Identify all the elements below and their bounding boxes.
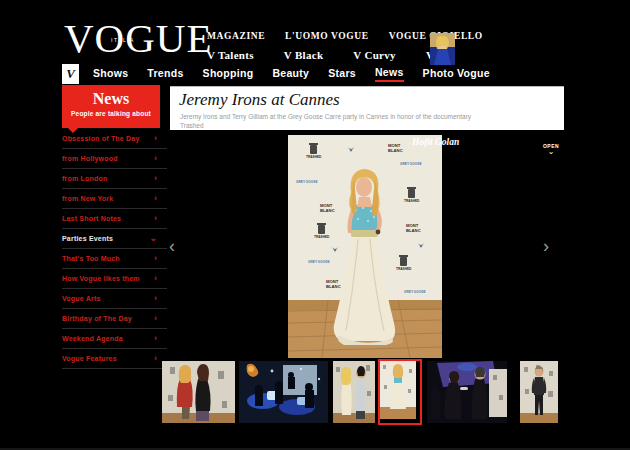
sidebar-item-label: from Hollywood	[62, 155, 118, 162]
main-photo[interactable]: TRASHED TRASHED TRASHED TRASHED MONT BLA…	[288, 135, 442, 358]
sidebar-item-birthday-of-the-day[interactable]: Birthday of The Day ›	[62, 309, 167, 329]
article-header: Jeremy Irons at Cannes Jeremy Irons and …	[170, 86, 564, 130]
svg-text:GREY GOOSE: GREY GOOSE	[296, 180, 318, 184]
vogue-logo[interactable]: VOGUE	[64, 18, 212, 59]
chevron-right-icon: ›	[154, 214, 157, 223]
chevron-right-icon: ›	[154, 254, 157, 263]
sidebar-item-weekend-agenda[interactable]: Weekend Agenda ›	[62, 329, 167, 349]
tab-news[interactable]: News	[375, 66, 404, 82]
tab-beauty[interactable]: Beauty	[272, 67, 309, 81]
svg-text:GREY GOOSE: GREY GOOSE	[308, 260, 330, 264]
nav-v-talents[interactable]: V Talents	[207, 49, 254, 61]
article-description: Jeremy Irons and Terry Gilliam at the Gr…	[180, 112, 480, 130]
sidebar-item-vogue-features[interactable]: Vogue Features ›	[62, 349, 167, 369]
sidebar-item-label: Parties Events	[62, 235, 113, 242]
main-nav: V Shows Trends Shopping Beauty Stars New…	[62, 64, 509, 84]
sidebar-subtitle: People are talking about	[62, 110, 160, 117]
chevron-down-icon: ⌄	[539, 149, 563, 154]
chevron-right-icon: ›	[154, 134, 157, 143]
nav-luomo-vogue[interactable]: L'UOMO VOGUE	[285, 31, 369, 41]
article-title: Jeremy Irons at Cannes	[179, 90, 340, 110]
tab-trends[interactable]: Trends	[147, 67, 183, 81]
svg-text:BLANC: BLANC	[388, 148, 403, 153]
sidebar-item-label: Weekend Agenda	[62, 335, 123, 342]
nav-v-black[interactable]: V Black	[284, 49, 324, 61]
sidebar-item-vogue-arts[interactable]: Vogue Arts ›	[62, 289, 167, 309]
chevron-right-icon: ›	[154, 294, 157, 303]
sidebar-news-header: News People are talking about	[62, 85, 160, 128]
sidebar-item-label: Obsession of The Day	[62, 135, 140, 142]
tab-stars[interactable]: Stars	[328, 67, 356, 81]
carousel-next-arrow[interactable]: ›	[543, 237, 549, 255]
svg-text:TRASHED: TRASHED	[404, 199, 420, 203]
sidebar-item-label: Vogue Arts	[62, 295, 101, 302]
sidebar-item-label: How Vogue likes them	[62, 275, 140, 282]
chevron-right-icon: ›	[154, 274, 157, 283]
svg-text:GREY GOOSE: GREY GOOSE	[404, 290, 426, 294]
sidebar-item-last-short-notes[interactable]: Last Short Notes ›	[62, 209, 167, 229]
svg-text:GREY GOOSE: GREY GOOSE	[400, 162, 422, 166]
sidebar-item-from-london[interactable]: from London ›	[62, 169, 167, 189]
sidebar-item-label: Vogue Features	[62, 355, 117, 362]
tab-photo-vogue[interactable]: Photo Vogue	[423, 67, 490, 81]
nav-v-curvy[interactable]: V Curvy	[353, 49, 396, 61]
tab-shows[interactable]: Shows	[93, 67, 128, 81]
svg-text:BLANC: BLANC	[326, 284, 341, 289]
sidebar-item-label: from New York	[62, 195, 113, 202]
tab-shopping[interactable]: Shopping	[203, 67, 254, 81]
svg-text:TRASHED: TRASHED	[306, 155, 322, 159]
open-button[interactable]: OPEN ⌄	[539, 143, 563, 154]
top-nav-row2: V Talents V Black V Curvy V TV	[207, 49, 453, 61]
sidebar-item-from-new-york[interactable]: from New York ›	[62, 189, 167, 209]
nav-magazine[interactable]: MAGAZINE	[207, 31, 265, 41]
chevron-right-icon: ›	[154, 194, 157, 203]
svg-text:TRASHED: TRASHED	[314, 235, 330, 239]
chevron-right-icon: ›	[154, 154, 157, 163]
chevron-right-icon: ›	[154, 314, 157, 323]
v-badge[interactable]: V	[62, 64, 79, 84]
sidebar-item-from-hollywood[interactable]: from Hollywood ›	[62, 149, 167, 169]
carousel-prev-arrow[interactable]: ‹	[169, 237, 175, 255]
photo-caption: Hofit Golan	[412, 137, 459, 147]
sidebar-item-label: That's Too Much	[62, 255, 120, 262]
svg-text:BLANC: BLANC	[406, 228, 421, 233]
svg-text:TRASHED: TRASHED	[396, 267, 412, 271]
sidebar-title: News	[62, 90, 160, 108]
sidebar-item-thats-too-much[interactable]: That's Too Much ›	[62, 249, 167, 269]
chevron-right-icon: ›	[154, 174, 157, 183]
thumbnail-2[interactable]	[239, 361, 328, 423]
thumbnail-4-selected[interactable]	[378, 359, 422, 425]
sidebar-item-how-vogue-likes-them[interactable]: How Vogue likes them ›	[62, 269, 167, 289]
thumbnail-3[interactable]	[333, 361, 375, 423]
sidebar-item-parties-events[interactable]: Parties Events ⌄	[62, 229, 167, 249]
svg-text:BLANC: BLANC	[320, 208, 335, 213]
vogue-news-page: VOGUE ITALIA MAGAZINE L'UOMO VOGUE VOGUE…	[0, 0, 630, 450]
chevron-right-icon: ›	[154, 334, 157, 343]
thumbnail-6[interactable]	[520, 361, 558, 423]
sidebar-item-obsession-of-the-day[interactable]: Obsession of The Day ›	[62, 129, 167, 149]
sidebar-item-label: from London	[62, 175, 107, 182]
sidebar-menu: Obsession of The Day › from Hollywood › …	[62, 129, 167, 369]
sidebar-item-label: Last Short Notes	[62, 215, 121, 222]
chevron-right-icon: ›	[154, 354, 157, 363]
chevron-down-icon: ⌄	[149, 234, 157, 243]
sidebar-item-label: Birthday of The Day	[62, 315, 132, 322]
thumbnail-1[interactable]	[162, 361, 235, 423]
vogue-logo-italia: ITALIA	[111, 37, 135, 43]
thumbnail-5[interactable]	[427, 361, 507, 423]
user-avatar[interactable]	[430, 33, 455, 65]
